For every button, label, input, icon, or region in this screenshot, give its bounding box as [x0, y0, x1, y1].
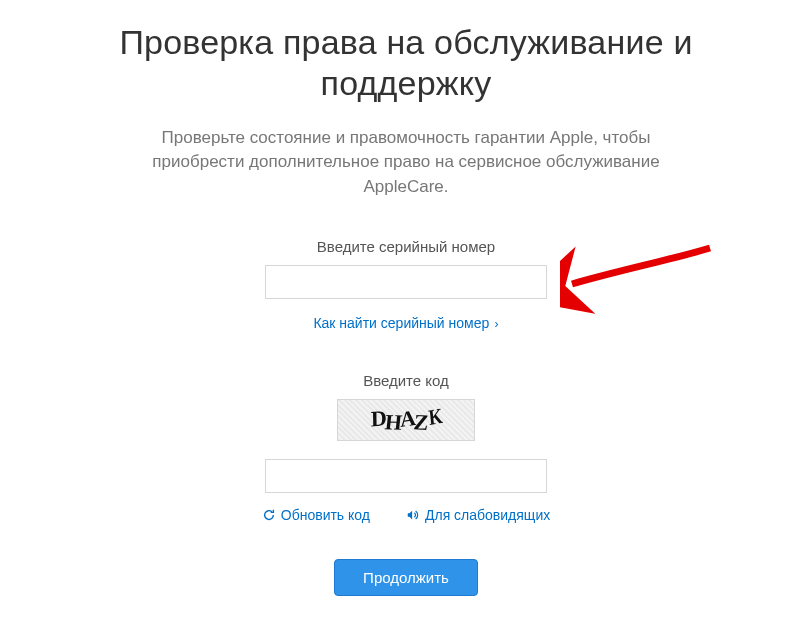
page-subtitle: Проверьте состояние и правомочность гара…	[121, 126, 691, 200]
captcha-links: Обновить код Для слабовидящих	[0, 507, 812, 523]
find-serial-link-text: Как найти серийный номер	[313, 315, 489, 331]
refresh-captcha-link[interactable]: Обновить код	[262, 507, 370, 523]
captcha-image: DHAZK	[337, 399, 475, 441]
serial-label: Введите серийный номер	[0, 238, 812, 255]
captcha-section: Введите код DHAZK Обновить код	[0, 372, 812, 523]
captcha-image-text: DHAZK	[370, 405, 442, 433]
refresh-captcha-text: Обновить код	[281, 507, 370, 523]
find-serial-link[interactable]: Как найти серийный номер ›	[313, 315, 498, 331]
accessibility-captcha-link[interactable]: Для слабовидящих	[406, 507, 550, 523]
accessibility-captcha-text: Для слабовидящих	[425, 507, 550, 523]
chevron-right-icon: ›	[491, 317, 498, 331]
serial-section: Введите серийный номер Как найти серийны…	[0, 238, 812, 332]
speaker-icon	[406, 508, 420, 522]
page-title: Проверка права на обслуживание и поддерж…	[86, 22, 726, 104]
captcha-input[interactable]	[265, 459, 547, 493]
captcha-label: Введите код	[0, 372, 812, 389]
refresh-icon	[262, 508, 276, 522]
continue-button[interactable]: Продолжить	[334, 559, 478, 596]
serial-input[interactable]	[265, 265, 547, 299]
